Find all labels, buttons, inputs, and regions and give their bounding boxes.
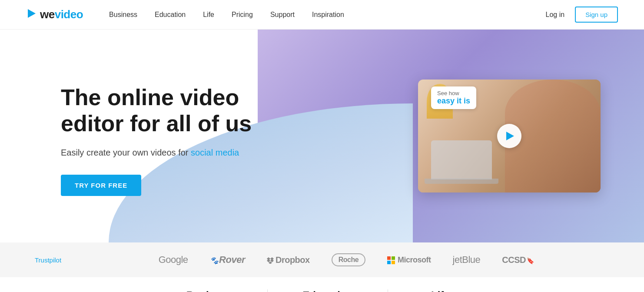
nav-item-pricing[interactable]: Pricing xyxy=(232,11,253,19)
tab-education-label: Education xyxy=(302,289,353,292)
video-card: See how easy it is xyxy=(418,80,601,192)
see-how-line2: easy it is xyxy=(437,96,470,106)
header: wevideo Business Education Life Pricing … xyxy=(0,0,644,30)
tab-life[interactable]: Life xyxy=(388,289,492,292)
svg-marker-0 xyxy=(28,9,36,18)
google-logo: Google xyxy=(159,254,188,265)
svg-marker-5 xyxy=(269,262,272,264)
nav-item-education[interactable]: Education xyxy=(155,11,186,19)
tab-business-label: Business xyxy=(186,289,233,292)
microsoft-logo: Microsoft xyxy=(387,256,431,265)
dropbox-logo: Dropbox xyxy=(267,255,310,265)
tab-life-label: Life xyxy=(431,289,450,292)
rover-logo: 🐾Rover xyxy=(210,254,245,265)
login-button[interactable]: Log in xyxy=(546,11,565,19)
svg-marker-4 xyxy=(270,259,274,262)
roche-logo: Roche xyxy=(332,253,365,266)
hero-section: The online video editor for all of us Ea… xyxy=(0,30,644,242)
hero-text-block: The online video editor for all of us Ea… xyxy=(61,76,287,196)
see-how-line1: See how xyxy=(437,90,470,96)
nav-item-life[interactable]: Life xyxy=(203,11,214,19)
tab-business[interactable]: Business xyxy=(152,289,268,292)
microsoft-grid-icon xyxy=(387,256,395,264)
ccsd-logo: CCSD🔖 xyxy=(502,255,534,265)
play-icon xyxy=(506,132,514,140)
try-for-free-button[interactable]: TRY FOR FREE xyxy=(61,175,141,196)
signup-button[interactable]: Sign up xyxy=(575,7,618,23)
tab-education[interactable]: Education xyxy=(268,289,388,292)
nav-item-business[interactable]: Business xyxy=(109,11,137,19)
bottom-tabs-section: Business Education Life xyxy=(0,277,644,292)
play-button[interactable] xyxy=(497,124,521,148)
trust-bar: Trustpilot Google 🐾Rover Dropbox Roche M… xyxy=(0,242,644,277)
header-actions: Log in Sign up xyxy=(546,7,618,23)
video-card-inner: See how easy it is xyxy=(418,80,601,192)
logo[interactable]: wevideo xyxy=(26,7,83,22)
brand-logos: Google 🐾Rover Dropbox Roche Microsoft je… xyxy=(83,253,609,266)
nav-item-inspiration[interactable]: Inspiration xyxy=(312,11,344,19)
ccsd-bird-icon: 🔖 xyxy=(527,257,534,264)
paw-icon: 🐾 xyxy=(210,257,219,264)
hero-title: The online video editor for all of us xyxy=(61,85,287,137)
hero-subtitle-highlight: social media xyxy=(191,148,239,157)
logo-wordmark: wevideo xyxy=(40,8,83,21)
main-nav: Business Education Life Pricing Support … xyxy=(109,11,545,19)
svg-marker-3 xyxy=(267,259,270,262)
logo-icon xyxy=(26,7,38,22)
hero-subtitle: Easily create your own videos for social… xyxy=(61,146,287,159)
trustpilot-label[interactable]: Trustpilot xyxy=(35,256,61,264)
nav-item-support[interactable]: Support xyxy=(270,11,295,19)
see-how-badge: See how easy it is xyxy=(431,86,476,109)
jetblue-logo: jetBlue xyxy=(453,254,481,265)
hero-subtitle-text: Easily create your own videos for xyxy=(61,148,191,157)
